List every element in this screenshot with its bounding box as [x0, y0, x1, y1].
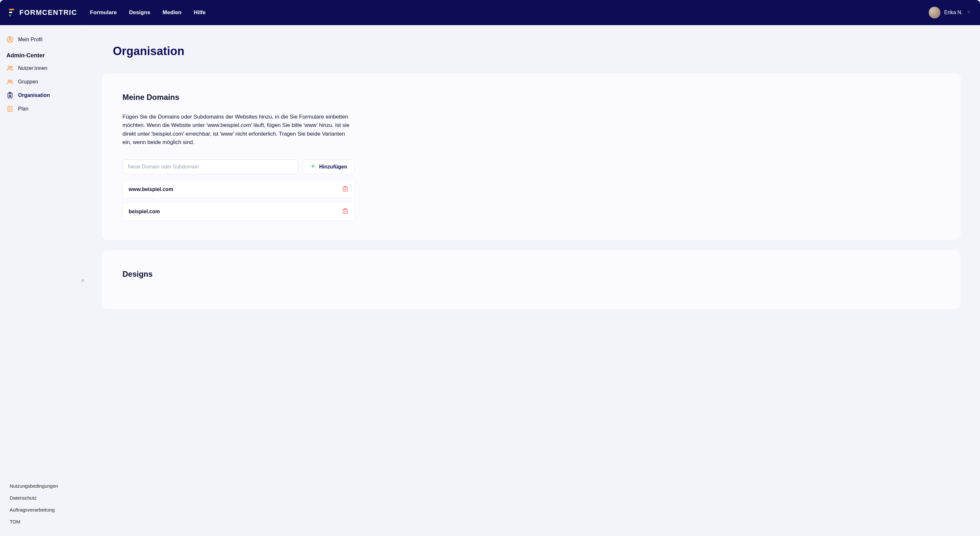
sidebar-item-label: Nutzer:innen — [18, 65, 48, 71]
footer-link-privacy[interactable]: Datenschutz — [0, 492, 82, 504]
avatar — [929, 7, 940, 18]
document-icon — [6, 105, 14, 113]
nav-item-medien[interactable]: Medien — [162, 10, 181, 16]
trash-icon — [342, 208, 348, 215]
nav-item-formulare[interactable]: Formulare — [90, 10, 117, 16]
brand-logo[interactable]: FORMCENTRIC — [9, 8, 77, 17]
topbar: FORMCENTRIC Formulare Designs Medien Hil… — [0, 0, 980, 25]
sidebar: Mein Profil Admin-Center Nutzer:innen Gr… — [0, 25, 83, 536]
nav-item-designs[interactable]: Designs — [129, 10, 150, 16]
domain-row: beispiel.com — [123, 202, 355, 220]
domains-heading: Meine Domains — [123, 93, 940, 102]
sidebar-item-label: Gruppen — [18, 79, 38, 85]
nav-item-hilfe[interactable]: Hilfe — [194, 10, 206, 16]
sidebar-item-label: Mein Profil — [18, 37, 43, 43]
domain-row: www.beispiel.com — [123, 180, 355, 198]
sidebar-item-plan[interactable]: Plan — [0, 102, 82, 116]
svg-rect-12 — [8, 106, 12, 112]
svg-point-11 — [10, 95, 11, 96]
svg-rect-0 — [9, 9, 14, 10]
user-menu[interactable]: Erika N. — [929, 7, 971, 18]
sidebar-item-profile[interactable]: Mein Profil — [0, 33, 82, 46]
main-content: Organisation Meine Domains Fügen Sie die… — [83, 25, 980, 536]
domain-value: www.beispiel.com — [129, 187, 173, 192]
svg-point-2 — [9, 14, 11, 16]
delete-domain-button[interactable] — [342, 186, 348, 193]
domains-card: Meine Domains Fügen Sie die Domains oder… — [102, 73, 961, 240]
designs-card: Designs — [102, 250, 961, 309]
user-name: Erika N. — [944, 10, 963, 16]
domains-description: Fügen Sie die Domains oder Subdomains de… — [123, 113, 355, 147]
svg-point-4 — [9, 38, 11, 40]
sidebar-collapse-handle[interactable]: II — [81, 279, 84, 282]
svg-point-6 — [11, 66, 12, 68]
add-domain-button[interactable]: Hinzufügen — [303, 159, 355, 174]
delete-domain-button[interactable] — [342, 208, 348, 215]
svg-point-7 — [8, 80, 10, 82]
svg-point-8 — [10, 80, 12, 82]
brand-name: FORMCENTRIC — [19, 8, 77, 17]
designs-heading: Designs — [123, 270, 940, 279]
sidebar-section-header: Admin-Center — [0, 46, 82, 62]
footer-link-terms[interactable]: Nutzungsbedingungen — [0, 480, 82, 492]
sidebar-item-groups[interactable]: Gruppen — [0, 75, 82, 89]
top-nav: Formulare Designs Medien Hilfe — [90, 10, 206, 16]
add-button-label: Hinzufügen — [319, 164, 347, 170]
trash-icon — [342, 186, 348, 193]
users-icon — [6, 65, 14, 72]
page-title: Organisation — [113, 44, 961, 58]
sidebar-item-label: Organisation — [18, 92, 50, 98]
plus-icon — [310, 163, 316, 170]
svg-point-5 — [8, 66, 10, 68]
footer-link-processing[interactable]: Auftragsverarbeitung — [0, 504, 82, 516]
domain-value: beispiel.com — [129, 209, 160, 214]
footer-link-tom[interactable]: TOM — [0, 516, 82, 528]
domain-input[interactable] — [123, 159, 298, 174]
sidebar-item-users[interactable]: Nutzer:innen — [0, 62, 82, 75]
group-icon — [6, 78, 14, 86]
chevron-down-icon — [966, 10, 971, 16]
clipboard-icon — [6, 92, 14, 99]
svg-rect-1 — [9, 12, 12, 13]
user-circle-icon — [6, 36, 14, 43]
sidebar-item-label: Plan — [18, 106, 29, 112]
sidebar-item-organisation[interactable]: Organisation — [0, 89, 82, 102]
logo-mark-icon — [9, 8, 16, 17]
sidebar-footer: Nutzungsbedingungen Datenschutz Auftrags… — [0, 477, 82, 531]
